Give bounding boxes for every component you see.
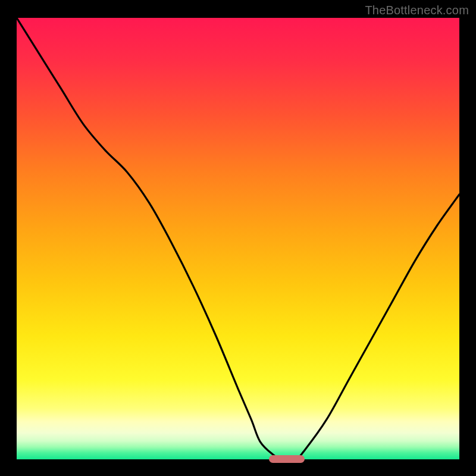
- chart-frame: TheBottleneck.com: [0, 0, 476, 476]
- bottleneck-curve: [17, 18, 459, 459]
- plot-area: [17, 18, 459, 459]
- watermark-text: TheBottleneck.com: [365, 4, 469, 17]
- optimal-range-marker: [269, 455, 305, 463]
